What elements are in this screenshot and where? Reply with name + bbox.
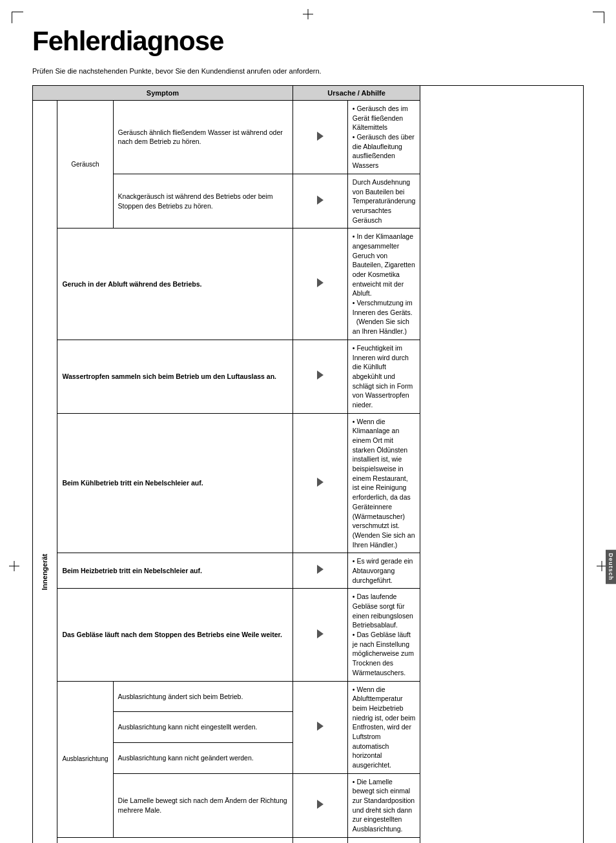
cause-cell: • Staub, der sich im Innengerät angesamm… (347, 837, 420, 843)
symptom-cell: Wassertropfen sammeln sich beim Betrieb … (57, 340, 293, 413)
arrow-cell (293, 340, 347, 413)
arrow-cell (293, 174, 347, 228)
table-row: Innengerät Geräusch Geräusch ähnlich fli… (33, 101, 584, 174)
cause-cell: • Geräusch des im Gerät fließenden Kälte… (347, 101, 420, 174)
cause-cell: • Das laufende Gebläse sorgt für einen r… (347, 589, 420, 681)
page-title: Fehlerdiagnose (32, 26, 584, 57)
table-row: Geruch in der Abluft während des Betrieb… (33, 229, 584, 340)
table-row: Staub wird ausgeblasen. • Staub, der sic… (33, 837, 584, 843)
cause-cell: • Es wird gerade ein Abtauvorgang durchg… (347, 553, 420, 589)
table-row: Wassertropfen sammeln sich beim Betrieb … (33, 340, 584, 413)
cause-cell: Durch Ausdehnung von Bauteilen bei Tempe… (347, 174, 420, 228)
table-row: Beim Heizbetrieb tritt ein Nebelschleier… (33, 553, 584, 589)
symptom-cell: Ausblasrichtung kann nicht eingestellt w… (113, 712, 293, 743)
symptom-cell: Ausblasrichtung kann nicht geändert werd… (113, 742, 293, 773)
corner-mark-tr (593, 12, 604, 23)
ausblasrichtung-label: Ausblasrichtung (57, 681, 113, 837)
deutsch-tab: Deutsch (606, 550, 616, 584)
table-row: Die Lamelle bewegt sich nach dem Ändern … (33, 773, 584, 837)
table-row: Beim Kühlbetrieb tritt ein Nebelschleier… (33, 413, 584, 553)
cause-cell: • In der Klimaanlage angesammelter Geruc… (347, 229, 420, 340)
table-row: Knackgeräusch ist während des Betriebs o… (33, 174, 584, 228)
intro-text: Prüfen Sie die nachstehenden Punkte, bev… (32, 67, 584, 75)
cause-cell: • Wenn die Ablufttemperatur beim Heizbet… (347, 681, 420, 773)
cause-cell: • Wenn die Klimaanlage an einem Ort mit … (347, 413, 420, 553)
symptom-cell: Knackgeräusch ist während des Betriebs o… (113, 174, 293, 228)
section-label-innen: Innengerät (33, 101, 57, 844)
arrow-cell (293, 837, 347, 843)
symptom-cell: Beim Heizbetrieb tritt ein Nebelschleier… (57, 553, 293, 589)
geraeusch-label: Geräusch (57, 101, 113, 229)
arrow-cell (293, 773, 347, 837)
diagnosis-table: Symptom Ursache / Abhilfe Innengerät Ger… (32, 85, 584, 843)
symptom-cell: Das Gebläse läuft nach dem Stoppen des B… (57, 589, 293, 681)
cross-mark-left (9, 561, 19, 573)
arrow-cell (293, 229, 347, 340)
table-row: Ausblasrichtung Ausblasrichtung ändert s… (33, 681, 584, 712)
symptom-cell: Beim Kühlbetrieb tritt ein Nebelschleier… (57, 413, 293, 553)
arrow-cell (293, 681, 347, 773)
symptom-cell: Geräusch ähnlich fließendem Wasser ist w… (113, 101, 293, 174)
cause-cell: • Feuchtigkeit im Inneren wird durch die… (347, 340, 420, 413)
corner-mark-tl (12, 12, 23, 23)
arrow-cell (293, 553, 347, 589)
col-header-cause: Ursache / Abhilfe (293, 86, 420, 101)
col-header-symptom: Symptom (33, 86, 293, 101)
cause-cell: • Die Lamelle bewegt sich einmal zur Sta… (347, 773, 420, 837)
arrow-cell (293, 413, 347, 553)
arrow-cell (293, 589, 347, 681)
symptom-cell: Geruch in der Abluft während des Betrieb… (57, 229, 293, 340)
cross-mark-top (303, 9, 313, 21)
symptom-cell: Ausblasrichtung ändert sich beim Betrieb… (113, 681, 293, 712)
symptom-cell: Die Lamelle bewegt sich nach dem Ändern … (113, 773, 293, 837)
arrow-cell (293, 101, 347, 174)
table-row: Das Gebläse läuft nach dem Stoppen des B… (33, 589, 584, 681)
symptom-cell: Staub wird ausgeblasen. (57, 837, 293, 843)
